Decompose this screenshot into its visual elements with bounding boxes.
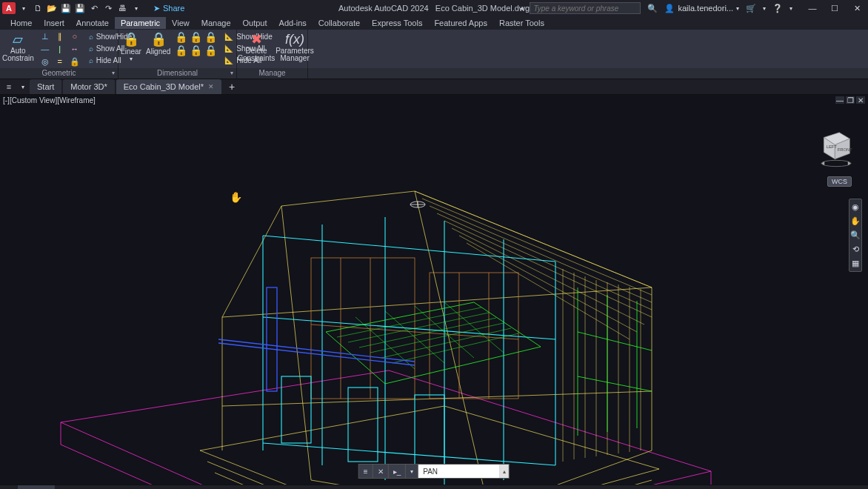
layout-tab-model[interactable]: Model (18, 485, 55, 489)
tab-view[interactable]: View (166, 17, 196, 29)
save-icon[interactable]: 💾 (60, 2, 72, 14)
file-tab-start[interactable]: Start (30, 79, 61, 94)
file-tab-motor3d[interactable]: Motor 3D* (63, 79, 115, 94)
fx-icon: f(x) (284, 31, 305, 47)
delete-constraints-button[interactable]: ✖ Delete Constraints (239, 31, 273, 68)
svg-line-46 (381, 328, 511, 358)
tab-manage[interactable]: Manage (196, 17, 237, 29)
tab-addins[interactable]: Add-ins (273, 17, 313, 29)
maximize-button[interactable]: ☐ (828, 2, 841, 14)
dim-icon[interactable]: 🔒 (175, 44, 187, 56)
svg-line-44 (359, 318, 496, 347)
open-icon[interactable]: 📂 (46, 2, 58, 14)
tab-insert[interactable]: Insert (38, 17, 70, 29)
hide-all-label: Hide All (96, 56, 121, 64)
panel-label-manage[interactable]: Manage (237, 68, 308, 79)
search-input[interactable] (530, 2, 641, 14)
drawing-canvas (0, 95, 868, 485)
chevron-down-icon[interactable]: ▾ (18, 79, 28, 95)
panel-strip: Geometric▾ Dimensional▾ Manage (0, 68, 868, 79)
svg-line-10 (444, 221, 652, 317)
quick-access-toolbar: A ▾ 🗋 📂 💾 💾 ↶ ↷ 🖶 ▾ ➤ Share (0, 2, 184, 14)
command-input[interactable]: PAN (418, 465, 500, 478)
cmdline-prompt-icon[interactable]: ▸_ (389, 465, 407, 478)
linear-button[interactable]: 🔒 Linear ▾ (121, 31, 141, 68)
viewport[interactable]: [-][Custom View][Wireframe] — ❐ ✕ LEFT F… (0, 95, 868, 485)
tab-output[interactable]: Output (237, 17, 273, 29)
linear-label: Linear (121, 47, 141, 56)
close-button[interactable]: ✕ (850, 2, 864, 14)
signin-icon[interactable]: 🔍 (647, 2, 658, 14)
expand-icon: ▾ (230, 70, 233, 76)
delete-icon: ✖ (246, 31, 267, 47)
aligned-button[interactable]: 🔒 Aligned (146, 31, 170, 68)
redo-icon[interactable]: ↷ (102, 2, 114, 14)
constraint-coincident-icon[interactable]: ⊥ (39, 31, 52, 41)
svg-line-12 (459, 236, 637, 332)
dim-icon[interactable]: 🔒 (175, 31, 187, 43)
label: Eco Cabin_3D Model* (124, 82, 204, 91)
new-tab-button[interactable]: + (224, 81, 239, 93)
print-icon[interactable]: 🖶 (116, 2, 128, 14)
svg-line-47 (393, 333, 518, 363)
chevron-down-icon[interactable]: ▾ (763, 5, 766, 12)
new-icon[interactable]: 🗋 (32, 2, 44, 14)
constraint-vertical-icon[interactable]: | (53, 44, 67, 54)
dim-icon[interactable]: 🔒 (190, 31, 202, 43)
parameters-manager-button[interactable]: f(x) Parameters Manager (278, 31, 312, 68)
cmdline-history-icon[interactable]: ≡ (359, 465, 373, 478)
undo-icon[interactable]: ↶ (88, 2, 100, 14)
constraint-tangent-icon[interactable]: ○ (68, 31, 81, 41)
panel-label-geometric[interactable]: Geometric▾ (0, 68, 118, 79)
panel-geometric: ▱ Auto Constrain ⊥ ∥ ○ — | ↔ ◎ = 🔒 ⌕Show… (0, 30, 118, 68)
chevron-down-icon[interactable]: ▾ (789, 5, 792, 12)
constraint-horizontal-icon[interactable]: — (39, 44, 52, 54)
dim-icon[interactable]: 🔒 (204, 44, 217, 56)
tab-annotate[interactable]: Annotate (70, 17, 115, 29)
dim-icon[interactable]: 🔒 (190, 44, 202, 56)
constraint-collinear-icon[interactable]: ↔ (68, 44, 81, 54)
layout-tab-layout2[interactable]: Layout2 (99, 485, 142, 489)
app-menu-button[interactable]: A (2, 2, 16, 14)
drawer-icon[interactable]: ≡ (0, 79, 18, 95)
expand-icon: ▾ (112, 70, 115, 76)
command-line: ≡ ✕ ▸_ ▾ PAN ▴ (358, 464, 510, 479)
caret-icon[interactable]: ▾ (18, 2, 30, 14)
close-icon[interactable]: ✕ (208, 83, 214, 90)
constraint-parallel-icon[interactable]: ∥ (53, 31, 67, 41)
tab-rastertools[interactable]: Raster Tools (493, 17, 550, 29)
auto-constrain-icon: ▱ (7, 31, 28, 47)
minimize-button[interactable]: — (806, 2, 819, 14)
panel-label-dimensional[interactable]: Dimensional▾ (118, 68, 237, 79)
share-button[interactable]: ➤ Share (153, 4, 184, 13)
file-tab-ecocabin[interactable]: Eco Cabin_3D Model*✕ (116, 79, 221, 94)
user-menu[interactable]: 👤 kaila.tenedori... ▾ (664, 4, 739, 13)
layout-tab-layout1[interactable]: Layout1 (55, 485, 99, 489)
constraint-equal-icon[interactable]: = (53, 56, 67, 67)
cart-icon[interactable]: 🛒 (745, 2, 757, 14)
svg-line-36 (263, 443, 555, 465)
dim-icon[interactable]: 🔒 (204, 31, 217, 43)
help-icon[interactable]: ❔ (772, 2, 784, 14)
share-icon: ➤ (153, 4, 160, 13)
user-label: kaila.tenedori... (678, 4, 733, 13)
command-dropdown-icon[interactable]: ▴ (500, 465, 509, 478)
tab-collaborate[interactable]: Collaborate (313, 17, 366, 29)
cmdline-recent-icon[interactable]: ▾ (406, 465, 418, 478)
svg-rect-59 (267, 287, 277, 391)
caret-icon[interactable]: ▾ (130, 2, 142, 14)
constraint-concentric-icon[interactable]: ◎ (39, 56, 52, 67)
show-hide-icon: ⌕ (89, 33, 93, 41)
svg-line-9 (437, 213, 652, 310)
tab-featuredapps[interactable]: Featured Apps (428, 17, 493, 29)
cmdline-close-icon[interactable]: ✕ (373, 465, 389, 478)
auto-constrain-button[interactable]: ▱ Auto Constrain (2, 31, 34, 68)
command-text: PAN (423, 468, 438, 476)
file-tabs: ≡ ▾ Start Motor 3D* Eco Cabin_3D Model*✕… (0, 79, 868, 95)
tab-parametric[interactable]: Parametric (115, 17, 166, 29)
saveas-icon[interactable]: 💾 (74, 2, 86, 14)
label: Parameters Manager (276, 47, 314, 62)
tab-home[interactable]: Home (4, 17, 38, 29)
constraint-fix-icon[interactable]: 🔒 (68, 56, 81, 67)
tab-expresstools[interactable]: Express Tools (366, 17, 428, 29)
